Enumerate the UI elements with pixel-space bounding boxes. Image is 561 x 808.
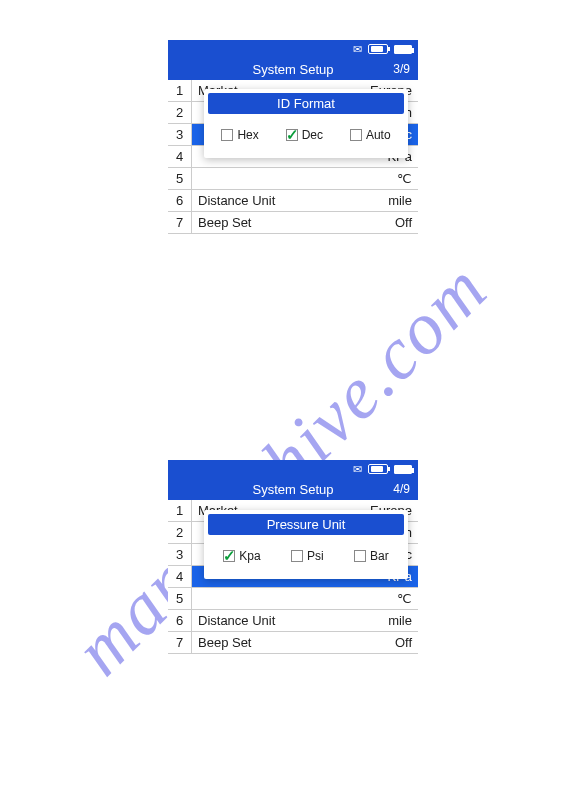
row-number: 6 <box>168 190 192 211</box>
option-kpa[interactable]: Kpa <box>223 549 260 563</box>
option-label: Psi <box>307 549 324 563</box>
row-number: 3 <box>168 544 192 565</box>
device-screen-1: ✉ System Setup 3/9 1 Market Europe 2 lis… <box>168 40 418 234</box>
row-number: 7 <box>168 632 192 653</box>
list-item[interactable]: 6 Distance Unit mile <box>168 610 418 632</box>
list-item[interactable]: 5 ℃ <box>168 168 418 190</box>
page-indicator: 3/9 <box>393 62 410 76</box>
row-value: ℃ <box>397 591 418 606</box>
option-label: Hex <box>237 128 258 142</box>
device-screen-2: ✉ System Setup 4/9 1 Market Europe 2 lis… <box>168 460 418 654</box>
row-number: 1 <box>168 80 192 101</box>
option-auto[interactable]: Auto <box>350 128 391 142</box>
charging-icon <box>368 44 388 54</box>
option-label: Auto <box>366 128 391 142</box>
row-number: 3 <box>168 124 192 145</box>
row-label: Distance Unit <box>192 193 388 208</box>
screen-title: System Setup <box>253 62 334 77</box>
option-bar[interactable]: Bar <box>354 549 389 563</box>
option-label: Kpa <box>239 549 260 563</box>
popup-options: Hex Dec Auto <box>204 114 408 158</box>
row-number: 5 <box>168 168 192 189</box>
option-hex[interactable]: Hex <box>221 128 258 142</box>
row-label: Beep Set <box>192 635 395 650</box>
row-number: 4 <box>168 566 192 587</box>
battery-icon <box>394 45 412 54</box>
checkbox-icon <box>350 129 362 141</box>
title-bar: System Setup 3/9 <box>168 58 418 80</box>
battery-icon <box>394 465 412 474</box>
checkbox-icon <box>354 550 366 562</box>
status-bar: ✉ <box>168 460 418 478</box>
list-item[interactable]: 7 Beep Set Off <box>168 212 418 234</box>
charging-icon <box>368 464 388 474</box>
option-label: Bar <box>370 549 389 563</box>
list-item[interactable]: 6 Distance Unit mile <box>168 190 418 212</box>
status-bar: ✉ <box>168 40 418 58</box>
option-dec[interactable]: Dec <box>286 128 323 142</box>
row-label: Distance Unit <box>192 613 388 628</box>
row-number: 6 <box>168 610 192 631</box>
list-item[interactable]: 5 ℃ <box>168 588 418 610</box>
popup-title: ID Format <box>208 93 404 114</box>
option-label: Dec <box>302 128 323 142</box>
popup-options: Kpa Psi Bar <box>204 535 408 579</box>
pressure-unit-popup: Pressure Unit Kpa Psi Bar <box>204 510 408 579</box>
mail-icon: ✉ <box>353 44 362 55</box>
row-number: 7 <box>168 212 192 233</box>
checkbox-icon <box>221 129 233 141</box>
option-psi[interactable]: Psi <box>291 549 324 563</box>
row-number: 2 <box>168 522 192 543</box>
row-number: 5 <box>168 588 192 609</box>
row-value: Off <box>395 635 418 650</box>
row-value: ℃ <box>397 171 418 186</box>
row-value: mile <box>388 613 418 628</box>
page-indicator: 4/9 <box>393 482 410 496</box>
id-format-popup: ID Format Hex Dec Auto <box>204 89 408 158</box>
popup-title: Pressure Unit <box>208 514 404 535</box>
row-label: Beep Set <box>192 215 395 230</box>
screen-title: System Setup <box>253 482 334 497</box>
row-number: 4 <box>168 146 192 167</box>
row-number: 2 <box>168 102 192 123</box>
title-bar: System Setup 4/9 <box>168 478 418 500</box>
row-number: 1 <box>168 500 192 521</box>
list-item[interactable]: 7 Beep Set Off <box>168 632 418 654</box>
checkbox-checked-icon <box>223 550 235 562</box>
checkbox-checked-icon <box>286 129 298 141</box>
row-value: Off <box>395 215 418 230</box>
row-value: mile <box>388 193 418 208</box>
checkbox-icon <box>291 550 303 562</box>
mail-icon: ✉ <box>353 464 362 475</box>
